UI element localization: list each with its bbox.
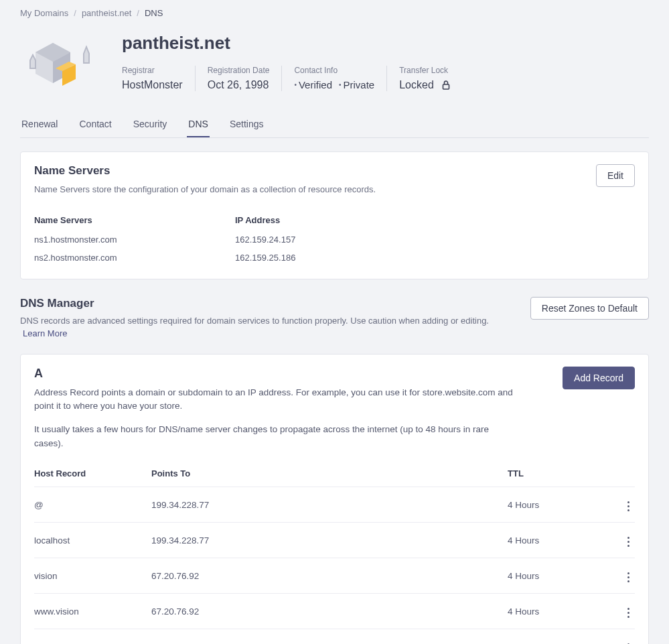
domain-illustration-icon <box>20 33 106 97</box>
nameserver-row: ns1.hostmonster.com162.159.24.157 <box>34 231 635 249</box>
row-actions-menu-icon[interactable] <box>622 570 635 585</box>
tab-security[interactable]: Security <box>132 112 169 137</box>
a-section-title: A <box>34 367 516 381</box>
ns-col-header-name: Name Servers <box>34 210 235 231</box>
info-value: Oct 26, 1998 <box>208 79 270 91</box>
svg-marker-6 <box>84 47 89 63</box>
dns-manager-header: DNS Manager DNS records are advanced set… <box>20 297 649 340</box>
domain-title: pantheist.net <box>122 33 649 54</box>
info-registrar: Registrar HostMonster <box>122 66 195 91</box>
cell-points: 67.20.76.92 <box>151 606 508 617</box>
info-label: Contact Info <box>294 66 374 75</box>
cell-ttl: 4 Hours <box>508 571 608 581</box>
cell-ttl: 4 Hours <box>508 500 608 510</box>
table-row: vision67.20.76.924 Hours <box>34 558 635 593</box>
a-section-note: It usually takes a few hours for DNS/nam… <box>34 423 516 451</box>
reset-zones-button[interactable]: Reset Zones to Default <box>530 297 649 320</box>
contact-verified: Verified <box>294 79 332 90</box>
svg-marker-5 <box>30 55 35 68</box>
cell-points: 199.34.228.77 <box>151 500 508 510</box>
breadcrumb-domain[interactable]: pantheist.net <box>82 8 131 18</box>
card-title: Name Servers <box>34 164 376 178</box>
info-label: Registrar <box>122 66 183 75</box>
ns-ip: 162.159.25.186 <box>235 249 635 267</box>
row-actions-menu-icon[interactable] <box>622 641 635 644</box>
ns-ip: 162.159.24.157 <box>235 231 635 249</box>
cell-host: localhost <box>34 535 151 545</box>
svg-rect-7 <box>443 84 449 89</box>
table-row: @199.34.228.774 Hours <box>34 487 635 522</box>
info-value: HostMonster <box>122 79 183 91</box>
a-records-card: A Address Record points a domain or subd… <box>20 354 649 645</box>
section-desc: DNS records are advanced settings requir… <box>20 314 489 340</box>
info-regdate: Registration Date Oct 26, 1998 <box>195 66 282 91</box>
breadcrumb-sep: / <box>137 8 139 18</box>
breadcrumb-current: DNS <box>145 8 163 18</box>
edit-nameservers-button[interactable]: Edit <box>596 164 635 187</box>
tab-dns[interactable]: DNS <box>187 112 210 137</box>
breadcrumb-root[interactable]: My Domains <box>20 8 68 18</box>
info-contact: Contact Info Verified Private <box>281 66 386 91</box>
lock-icon <box>441 80 451 90</box>
tab-renewal[interactable]: Renewal <box>20 112 59 137</box>
card-desc: Name Servers store the configuration of … <box>34 183 376 196</box>
tab-contact[interactable]: Contact <box>78 112 113 137</box>
add-record-button[interactable]: Add Record <box>563 367 635 389</box>
col-points-header: Points To <box>151 468 508 478</box>
tabs: Renewal Contact Security DNS Settings <box>20 112 649 138</box>
nameserver-row: ns2.hostmonster.com162.159.25.186 <box>34 249 635 267</box>
row-actions-menu-icon[interactable] <box>622 499 635 514</box>
cell-ttl: 4 Hours <box>508 535 608 545</box>
info-lock: Transfer Lock Locked <box>386 66 463 91</box>
table-row: network208.82.16.684 Hours <box>34 629 635 644</box>
a-section-desc: Address Record points a domain or subdom… <box>34 386 516 414</box>
breadcrumb-sep: / <box>74 8 76 18</box>
cell-points: 199.34.228.77 <box>151 535 508 545</box>
cell-points: 67.20.76.92 <box>151 571 508 581</box>
contact-private: Private <box>339 79 374 90</box>
table-row: localhost199.34.228.774 Hours <box>34 522 635 558</box>
ns-name: ns2.hostmonster.com <box>34 249 235 267</box>
row-actions-menu-icon[interactable] <box>622 534 635 550</box>
ns-name: ns1.hostmonster.com <box>34 231 235 249</box>
ns-col-header-ip: IP Address <box>235 210 635 231</box>
learn-more-link[interactable]: Learn More <box>23 328 67 338</box>
domain-header: pantheist.net Registrar HostMonster Regi… <box>20 26 649 108</box>
cell-ttl: 4 Hours <box>508 606 608 617</box>
col-ttl-header: TTL <box>508 468 608 478</box>
lock-value: Locked <box>399 79 434 91</box>
records-header: Host Record Points To TTL <box>34 460 635 487</box>
row-actions-menu-icon[interactable] <box>622 605 635 621</box>
cell-host: www.vision <box>34 606 151 617</box>
info-label: Registration Date <box>208 66 270 75</box>
nameservers-table: Name Servers IP Address ns1.hostmonster.… <box>34 210 635 267</box>
info-label: Transfer Lock <box>399 66 451 75</box>
breadcrumb: My Domains / pantheist.net / DNS <box>20 0 649 26</box>
section-title: DNS Manager <box>20 297 489 310</box>
table-row: www.vision67.20.76.924 Hours <box>34 593 635 629</box>
col-host-header: Host Record <box>34 468 151 478</box>
tab-settings[interactable]: Settings <box>228 112 265 137</box>
cell-host: @ <box>34 500 151 510</box>
name-servers-card: Name Servers Name Servers store the conf… <box>20 151 649 279</box>
cell-host: vision <box>34 571 151 581</box>
